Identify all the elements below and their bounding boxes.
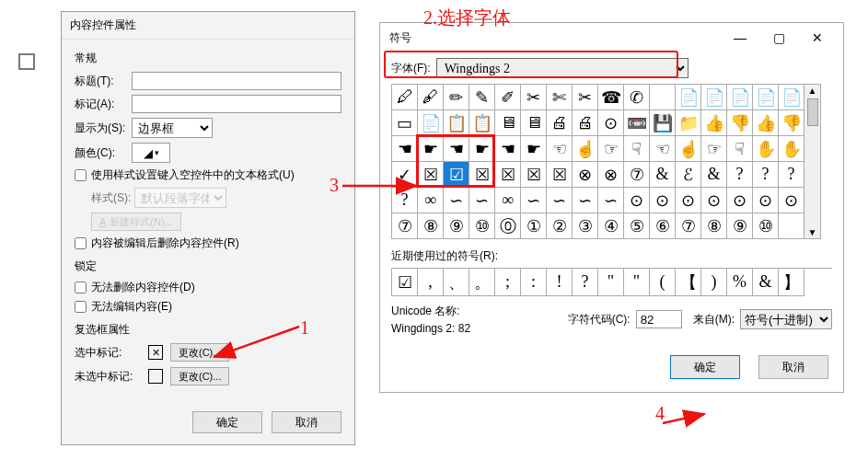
symbol-cell[interactable]: ☛ (521, 136, 547, 162)
recent-symbol-cell[interactable]: ☑ (392, 269, 418, 296)
recent-symbol-cell[interactable]: 【 (676, 269, 701, 296)
symbol-cell[interactable]: & (701, 162, 727, 188)
symbol-cell[interactable]: ☛ (469, 136, 495, 162)
symbol-cell[interactable]: ∽ (469, 188, 495, 213)
symbol-cell[interactable]: ☛ (418, 136, 444, 162)
recent-symbol-cell[interactable]: " (624, 269, 650, 296)
symbol-cell[interactable]: 🖨 (573, 110, 598, 136)
symbol-cell[interactable]: ☚ (444, 136, 469, 162)
symbol-cell[interactable]: & (650, 162, 676, 188)
symbol-cell[interactable]: ⑩ (469, 213, 495, 239)
symbol-cell[interactable]: ⓪ (495, 213, 521, 239)
lock-edit-checkbox[interactable] (75, 301, 87, 313)
symbol-cell[interactable]: ✓ (392, 162, 418, 188)
remove-on-edit-checkbox[interactable] (75, 237, 87, 249)
symbol-grid[interactable]: 🖊🖋✏✎✐✂✄✂☎✆📄📄📄📄📄▭📄📋📋🖥🖥🖨🖨⊙📼💾📁👍👎👍👎☚☛☚☛☚☛☜☝☞… (391, 84, 804, 239)
symbol-cell[interactable]: 💾 (650, 110, 676, 136)
recent-symbol-cell[interactable]: : (521, 269, 547, 296)
symbol-cell[interactable]: 📄 (418, 110, 444, 136)
from-select[interactable]: 符号(十进制) (740, 309, 832, 329)
symbol-cell[interactable]: ✂ (573, 85, 598, 110)
symbol-cell[interactable]: ℰ (676, 162, 701, 188)
symbol-cell[interactable]: 📋 (444, 110, 469, 136)
tag-input[interactable] (132, 95, 341, 113)
symbol-cell[interactable]: ∞ (495, 188, 521, 213)
recent-symbol-cell[interactable]: ( (650, 269, 676, 296)
ok-button-right[interactable]: 确定 (670, 355, 740, 379)
symbol-cell[interactable]: ∞ (418, 188, 444, 213)
symbol-cell[interactable]: ⊙ (676, 188, 701, 213)
symbol-cell[interactable]: ☜ (650, 136, 676, 162)
symbol-cell[interactable]: ⊙ (753, 188, 779, 213)
symbol-cell[interactable]: ⊗ (598, 162, 624, 188)
symbol-cell[interactable]: ⊙ (598, 110, 624, 136)
scroll-thumb[interactable] (807, 98, 818, 126)
symbol-cell[interactable]: 🖊 (392, 85, 418, 110)
symbol-cell[interactable]: ⑤ (624, 213, 650, 239)
recent-symbol-cell[interactable]: & (753, 269, 779, 296)
symbol-cell[interactable]: ⑩ (753, 213, 779, 239)
showas-select[interactable]: 边界框 (132, 118, 213, 138)
symbol-cell[interactable]: ☟ (624, 136, 650, 162)
symbol-cell[interactable]: 👎 (727, 110, 753, 136)
symbol-cell[interactable]: ☝ (676, 136, 701, 162)
symbol-cell[interactable]: 📄 (676, 85, 701, 110)
title-input[interactable] (132, 72, 341, 90)
minimize-button[interactable]: ― (722, 27, 758, 49)
char-code-input[interactable] (636, 310, 682, 328)
symbol-cell[interactable]: ✏ (444, 85, 469, 110)
symbol-cell[interactable]: 📄 (779, 85, 804, 110)
symbol-cell[interactable]: ☒ (495, 162, 521, 188)
symbol-cell[interactable] (779, 213, 804, 239)
symbol-cell[interactable]: ⑨ (727, 213, 753, 239)
recent-symbol-cell[interactable]: % (727, 269, 753, 296)
symbol-cell[interactable]: ③ (573, 213, 598, 239)
symbol-cell[interactable]: ? (392, 188, 418, 213)
symbol-cell[interactable]: 🖥 (521, 110, 547, 136)
symbol-cell[interactable]: ⑦ (676, 213, 701, 239)
symbol-cell[interactable] (650, 85, 676, 110)
symbol-cell[interactable]: 👍 (701, 110, 727, 136)
symbol-cell[interactable]: ☞ (701, 136, 727, 162)
recent-symbol-cell[interactable]: ) (701, 269, 727, 296)
symbol-cell[interactable]: ✐ (495, 85, 521, 110)
symbol-cell[interactable]: ▭ (392, 110, 418, 136)
recent-symbol-cell[interactable]: 】 (779, 269, 804, 296)
symbol-cell[interactable]: ☒ (469, 162, 495, 188)
font-select[interactable]: Wingdings 2 (436, 58, 689, 78)
symbol-cell[interactable]: ✂ (521, 85, 547, 110)
symbol-cell[interactable]: ☒ (418, 162, 444, 188)
ok-button-left[interactable]: 确定 (192, 411, 262, 433)
symbol-cell[interactable]: ☜ (547, 136, 573, 162)
symbol-cell[interactable]: ⑧ (418, 213, 444, 239)
symbol-cell[interactable]: 🖋 (418, 85, 444, 110)
symbol-cell[interactable]: 📼 (624, 110, 650, 136)
cancel-button-right[interactable]: 取消 (758, 355, 828, 379)
symbol-cell[interactable]: ∽ (444, 188, 469, 213)
symbol-cell[interactable]: ☚ (495, 136, 521, 162)
lock-delete-checkbox[interactable] (75, 282, 87, 293)
symbol-cell[interactable]: ⑧ (701, 213, 727, 239)
symbol-cell[interactable]: 📄 (727, 85, 753, 110)
symbol-cell[interactable]: ⊙ (650, 188, 676, 213)
symbol-cell[interactable]: 📄 (753, 85, 779, 110)
recent-symbol-cell[interactable]: " (598, 269, 624, 296)
symbol-cell[interactable]: ⑥ (650, 213, 676, 239)
symbol-cell[interactable]: ☒ (547, 162, 573, 188)
recent-symbol-cell[interactable]: 、 (444, 269, 469, 296)
recent-symbol-cell[interactable]: , (418, 269, 444, 296)
symbol-cell[interactable]: ? (727, 162, 753, 188)
symbol-cell[interactable]: ⊙ (701, 188, 727, 213)
recent-symbols-grid[interactable]: ☑,、。;:!?""(【)%&】 (391, 268, 832, 296)
symbol-cell[interactable]: ☝ (573, 136, 598, 162)
symbol-cell[interactable]: ☚ (392, 136, 418, 162)
symbol-cell[interactable]: 🖥 (495, 110, 521, 136)
symbol-cell[interactable]: ✋ (753, 136, 779, 162)
close-button[interactable]: ✕ (799, 27, 836, 49)
recent-symbol-cell[interactable]: ? (573, 269, 598, 296)
change-checked-button[interactable]: 更改(C)... (170, 343, 229, 362)
cancel-button-left[interactable]: 取消 (272, 411, 341, 433)
change-unchecked-button[interactable]: 更改(C)... (170, 367, 229, 385)
symbol-cell[interactable]: 📋 (469, 110, 495, 136)
symbol-cell[interactable]: ☞ (598, 136, 624, 162)
